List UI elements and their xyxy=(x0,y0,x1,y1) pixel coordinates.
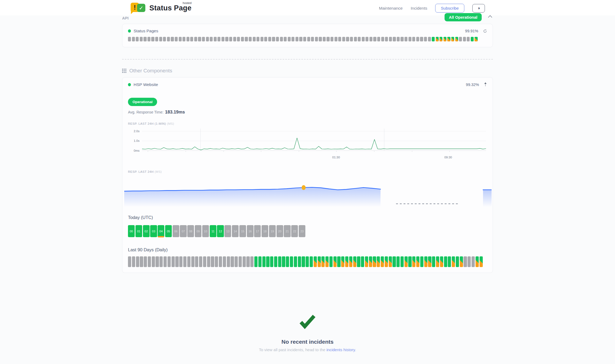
uptime-bar[interactable] xyxy=(241,37,244,41)
uptime-bar[interactable] xyxy=(168,256,171,267)
uptime-bar[interactable] xyxy=(451,37,454,41)
uptime-bar[interactable] xyxy=(227,256,230,267)
uptime-bar[interactable] xyxy=(334,37,337,41)
uptime-bar[interactable] xyxy=(290,256,293,267)
uptime-bar[interactable] xyxy=(175,37,178,41)
uptime-bar[interactable] xyxy=(471,37,474,41)
uptime-bar[interactable] xyxy=(164,256,167,267)
uptime-bar[interactable] xyxy=(357,256,360,267)
uptime-bar[interactable] xyxy=(326,37,329,41)
uptime-bar[interactable] xyxy=(221,37,224,41)
uptime-bar[interactable] xyxy=(260,37,263,41)
uptime-bar[interactable] xyxy=(143,37,146,41)
uptime-bar[interactable] xyxy=(474,37,477,41)
uptime-bar[interactable] xyxy=(225,37,228,41)
uptime-bar[interactable] xyxy=(369,37,372,41)
hour-block-16[interactable]: 16 xyxy=(247,225,254,237)
uptime-bar[interactable] xyxy=(428,37,431,41)
uptime-bar[interactable] xyxy=(249,37,252,41)
hour-block-19[interactable]: 19 xyxy=(269,225,276,237)
uptime-bar[interactable] xyxy=(237,37,240,41)
uptime-bar[interactable] xyxy=(217,37,220,41)
uptime-bar[interactable] xyxy=(223,256,226,267)
uptime-bar[interactable] xyxy=(151,37,154,41)
uptime-bar[interactable] xyxy=(319,37,322,41)
hour-block-12[interactable]: 12 xyxy=(217,225,224,237)
uptime-bar[interactable] xyxy=(467,37,470,41)
uptime-bar[interactable] xyxy=(333,256,337,267)
hour-block-15[interactable]: 15 xyxy=(239,225,246,237)
uptime-bar[interactable] xyxy=(444,256,447,267)
uptime-bar[interactable] xyxy=(163,37,166,41)
uptime-bar[interactable] xyxy=(389,256,392,267)
uptime-bar[interactable] xyxy=(342,37,345,41)
uptime-bar[interactable] xyxy=(345,256,348,267)
uptime-bar[interactable] xyxy=(167,37,170,41)
uptime-bar[interactable] xyxy=(424,256,427,267)
chart-highlight-dot[interactable] xyxy=(302,185,306,190)
uptime-bar[interactable] xyxy=(298,256,301,267)
uptime-bar[interactable] xyxy=(307,37,310,41)
uptime-bar[interactable] xyxy=(400,37,403,41)
uptime-bar[interactable] xyxy=(233,37,236,41)
hour-block-03[interactable]: 03 xyxy=(150,225,157,237)
uptime-bar[interactable] xyxy=(280,37,283,41)
component-name[interactable]: HSP Website xyxy=(134,82,158,87)
hour-block-07[interactable]: 07 xyxy=(180,225,186,237)
uptime-bar[interactable] xyxy=(207,256,210,267)
hour-block-17[interactable]: 17 xyxy=(254,225,261,237)
uptime-bar[interactable] xyxy=(447,37,450,41)
uptime-bar[interactable] xyxy=(377,256,380,267)
uptime-bar[interactable] xyxy=(243,256,246,267)
hour-block-05[interactable]: 05 xyxy=(165,225,172,237)
uptime-bar[interactable] xyxy=(179,37,182,41)
uptime-bar[interactable] xyxy=(199,256,202,267)
uptime-bar[interactable] xyxy=(354,37,357,41)
uptime-bar[interactable] xyxy=(310,256,313,267)
uptime-bar[interactable] xyxy=(245,37,248,41)
uptime-bar[interactable] xyxy=(276,37,279,41)
uptime-bar[interactable] xyxy=(346,37,349,41)
uptime-bar[interactable] xyxy=(456,256,459,267)
uptime-bar[interactable] xyxy=(408,256,411,267)
uptime-bar[interactable] xyxy=(325,256,329,267)
uptime-bar[interactable] xyxy=(198,37,201,41)
hour-block-22[interactable]: 22 xyxy=(291,225,298,237)
uptime-bar[interactable] xyxy=(393,37,396,41)
uptime-bar[interactable] xyxy=(186,37,189,41)
hour-block-08[interactable]: 08 xyxy=(187,225,194,237)
uptime-bar[interactable] xyxy=(254,256,258,267)
uptime-bar[interactable] xyxy=(294,256,297,267)
uptime-bar[interactable] xyxy=(256,37,259,41)
uptime-bar[interactable] xyxy=(144,256,147,267)
uptime-bar[interactable] xyxy=(253,37,256,41)
uptime-bar[interactable] xyxy=(396,256,400,267)
subscribe-button[interactable]: Subscribe xyxy=(435,4,464,13)
uptime-bar[interactable] xyxy=(318,256,321,267)
uptime-bar[interactable] xyxy=(303,37,306,41)
uptime-bar[interactable] xyxy=(194,37,197,41)
uptime-bar[interactable] xyxy=(155,37,158,41)
uptime-bar[interactable] xyxy=(270,256,273,267)
hour-block-23[interactable]: 23 xyxy=(299,225,305,237)
uptime-bar[interactable] xyxy=(353,256,356,267)
uptime-bar[interactable] xyxy=(452,256,455,267)
uptime-bar[interactable] xyxy=(179,256,182,267)
uptime-bar[interactable] xyxy=(159,256,163,267)
uptime-bar[interactable] xyxy=(460,256,463,267)
uptime-bar[interactable] xyxy=(258,256,262,267)
uptime-bar[interactable] xyxy=(268,37,271,41)
uptime-bar[interactable] xyxy=(148,256,151,267)
uptime-bar[interactable] xyxy=(286,256,289,267)
hour-block-01[interactable]: 01 xyxy=(135,225,142,237)
uptime-bar[interactable] xyxy=(373,37,376,41)
uptime-bar[interactable] xyxy=(302,256,305,267)
uptime-bar[interactable] xyxy=(195,256,198,267)
uptime-bar[interactable] xyxy=(206,37,209,41)
uptime-bar[interactable] xyxy=(464,256,467,267)
uptime-bar[interactable] xyxy=(128,256,131,267)
hour-block-21[interactable]: 21 xyxy=(284,225,290,237)
uptime-bar[interactable] xyxy=(239,256,242,267)
uptime-bar[interactable] xyxy=(203,256,206,267)
uptime-bar[interactable] xyxy=(432,37,435,41)
